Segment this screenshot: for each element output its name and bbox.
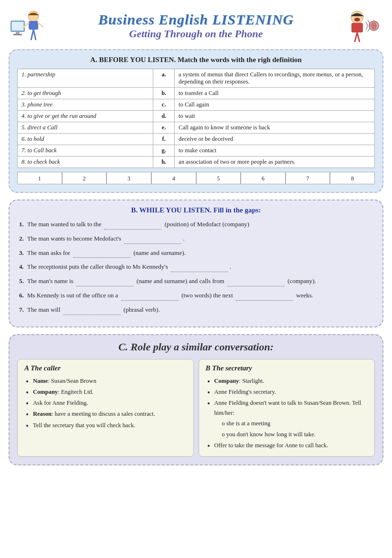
fill-gap-item-2: 2. The man wants to become Medofact's . — [19, 233, 373, 244]
header-center: Business English LISTENING Getting Throu… — [49, 11, 343, 40]
roleplay-columns: A The caller Name: Susan/Sean BrownCompa… — [17, 359, 375, 457]
secretary-title: B The secretary — [206, 364, 368, 372]
matching-right-7: to make contact — [175, 145, 375, 157]
matching-table: 1. partnershipa.a system of menus that d… — [17, 69, 375, 168]
matching-left-8: 8. to check back — [18, 157, 153, 168]
dotted-blank-2-0 — [124, 233, 181, 244]
svg-rect-3 — [13, 34, 22, 35]
fill-gap-item-3: 3. The man asks for (name and surname). — [19, 248, 373, 258]
svg-rect-5 — [29, 21, 38, 30]
answer-box-3[interactable]: 3 — [106, 172, 151, 184]
svg-point-11 — [371, 22, 377, 30]
matching-letter-8: h. — [153, 157, 175, 168]
svg-point-4 — [28, 11, 39, 21]
answer-row: 12345678 — [17, 172, 375, 184]
secretary-item-2: Anne Fielding doesn't want to talk to Su… — [214, 398, 368, 440]
person-right-icon — [343, 8, 383, 43]
svg-rect-2 — [16, 32, 20, 34]
svg-rect-14 — [351, 23, 363, 32]
answer-box-1[interactable]: 1 — [17, 172, 62, 184]
dotted-blank-3-0 — [73, 248, 130, 258]
matching-right-8: an association of two or more people as … — [175, 157, 375, 168]
matching-letter-5: e. — [153, 122, 175, 134]
section-b-title: B. WHILE YOU LISTEN. Fill in the gaps: — [19, 206, 373, 214]
page-subtitle: Getting Through on the Phone — [49, 28, 343, 40]
matching-left-5: 5. direct a Call — [18, 122, 153, 134]
answer-box-2[interactable]: 2 — [62, 172, 107, 184]
matching-left-2: 2. to get through — [18, 88, 153, 99]
matching-right-3: to Call again — [175, 99, 375, 111]
caller-item-3: Reason: have a meeting to discuss a sale… — [33, 409, 187, 419]
matching-right-1: a system of menus that direct Callers to… — [175, 69, 375, 88]
fill-gaps-list: 1. The man wanted to talk to the (positi… — [19, 219, 373, 315]
secretary-item-0: Company: Starlight. — [214, 376, 368, 386]
secretary-sub-item: you don't know how long it will take. — [222, 430, 368, 440]
fill-gap-item-6: 6. Ms Kennedy is out of the office on a … — [19, 290, 373, 301]
section-a-title: A. BEFORE YOU LISTEN. Match the words wi… — [17, 56, 375, 64]
fill-gap-item-5: 5. The man's name is (name and surname) … — [19, 276, 373, 286]
answer-box-5[interactable]: 5 — [196, 172, 241, 184]
caller-item-4: Tell the secretary that you will check b… — [33, 421, 187, 431]
dotted-blank-6-1 — [236, 290, 293, 301]
person-left-icon — [9, 8, 49, 43]
secretary-col: B The secretary Company: Starlight.Anne … — [199, 359, 375, 457]
page-title: Business English LISTENING — [49, 11, 343, 28]
svg-point-13 — [354, 18, 360, 21]
dotted-blank-6-0 — [121, 290, 179, 301]
section-b: B. WHILE YOU LISTEN. Fill in the gaps: 1… — [9, 200, 383, 327]
matching-left-6: 6. to hold — [18, 134, 153, 145]
caller-list: Name: Susan/Sean BrownCompany: Engitech … — [24, 376, 187, 431]
dotted-blank-1-0 — [104, 219, 161, 230]
secretary-item-1: Anne Fielding's secretary. — [214, 387, 368, 397]
matching-right-2: to transfer a Call — [175, 88, 375, 99]
answer-box-7[interactable]: 7 — [286, 172, 330, 184]
matching-left-1: 1. partnership — [18, 69, 153, 88]
section-a: A. BEFORE YOU LISTEN. Match the words wi… — [9, 49, 383, 193]
dotted-blank-5-0 — [76, 276, 134, 286]
matching-letter-7: g. — [153, 145, 175, 157]
secretary-item-3: Offer to take the message for Anne to ca… — [214, 441, 368, 451]
matching-right-5: Call again to know if someone is back — [175, 122, 375, 134]
caller-item-2: Ask for Anne Fielding. — [33, 398, 187, 408]
svg-line-16 — [357, 32, 360, 42]
fill-gap-item-1: 1. The man wanted to talk to the (positi… — [19, 219, 373, 230]
answer-box-8[interactable]: 8 — [330, 172, 375, 184]
svg-rect-1 — [12, 22, 23, 30]
secretary-sub-item: she is at a meeting — [222, 419, 368, 429]
caller-item-1: Company: Engitech Ltd. — [33, 387, 187, 397]
matching-right-6: deceive or be deceived — [175, 134, 375, 145]
dotted-blank-5-1 — [227, 276, 285, 286]
matching-letter-3: c. — [153, 99, 175, 111]
matching-left-4: 4. to give or get the run around — [18, 111, 153, 122]
matching-left-3: 3. phone tree — [18, 99, 153, 111]
answer-box-6[interactable]: 6 — [241, 172, 286, 184]
matching-right-4: to wait — [175, 111, 375, 122]
caller-title: A The caller — [24, 364, 187, 372]
answer-box-4[interactable]: 4 — [151, 172, 196, 184]
svg-line-7 — [38, 23, 43, 27]
caller-col: A The caller Name: Susan/Sean BrownCompa… — [17, 359, 194, 457]
secretary-list: Company: Starlight.Anne Fielding's secre… — [206, 376, 368, 451]
section-c-title: C. Role play a similar conversation: — [17, 341, 375, 353]
matching-letter-1: a. — [153, 69, 175, 88]
fill-gap-item-7: 7. The man will (phrasal verb). — [19, 305, 373, 315]
matching-letter-2: b. — [153, 88, 175, 99]
matching-letter-6: f. — [153, 134, 175, 145]
svg-point-12 — [351, 11, 363, 23]
dotted-blank-7-0 — [64, 305, 121, 315]
matching-letter-4: d. — [153, 111, 175, 122]
matching-left-7: 7. to Call back — [18, 145, 153, 157]
dotted-blank-4-0 — [171, 262, 228, 272]
page-header: Business English LISTENING Getting Throu… — [9, 5, 383, 46]
svg-line-9 — [33, 30, 36, 40]
section-c: C. Role play a similar conversation: A T… — [9, 334, 383, 466]
caller-item-0: Name: Susan/Sean Brown — [33, 376, 187, 386]
fill-gap-item-4: 4. The receptionist puts the caller thro… — [19, 262, 373, 272]
